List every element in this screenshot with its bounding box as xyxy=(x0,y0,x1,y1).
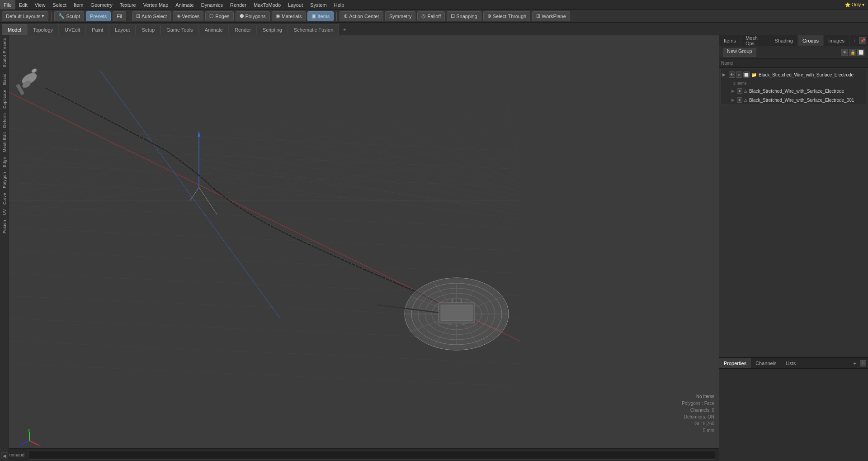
group-arrow-icon[interactable]: ▶ xyxy=(722,72,727,77)
sidebar-fusion[interactable]: Fusion xyxy=(1,218,8,235)
channels-label: Channels: 0 xyxy=(682,407,714,413)
command-input[interactable] xyxy=(28,451,715,460)
mode-tab-schematic-fusion[interactable]: Schematic Fusion xyxy=(288,24,339,35)
sculpt-btn[interactable]: 🔧 Sculpt xyxy=(54,11,84,21)
add-tab-btn[interactable]: + xyxy=(339,24,350,35)
left-sidebar: Sculpt Presets Basic Duplicate Deform Me… xyxy=(0,35,9,461)
sidebar-basic[interactable]: Basic xyxy=(1,72,8,87)
right-bottom-panel: Properties Channels Lists + ⊡ xyxy=(719,357,868,461)
mode-tab-game-tools[interactable]: Game Tools xyxy=(160,24,199,35)
sidebar-edge[interactable]: Edge xyxy=(1,155,8,169)
viewport-canvas[interactable]: No Items Polygons : Face Channels: 0 Def… xyxy=(9,47,719,461)
props-expand-btn[interactable]: ⊡ xyxy=(860,360,866,366)
panel-tab-groups[interactable]: Groups xyxy=(798,35,824,46)
group-header-row[interactable]: ▶ 👁 R ⬜ 📁 Black_Stretched_Wire_with_Surf… xyxy=(721,69,867,80)
mode-tab-model[interactable]: Model xyxy=(2,24,27,35)
svg-text:x: x xyxy=(39,443,41,447)
materials-label: Materials xyxy=(282,14,302,19)
select-through-btn[interactable]: ⊛ Select Through xyxy=(483,11,530,21)
panel-tab-images[interactable]: Images xyxy=(824,35,849,46)
mode-tab-animate[interactable]: Animate xyxy=(199,24,229,35)
snapping-btn[interactable]: ⊟ Snapping xyxy=(447,11,481,21)
group-item-row-0[interactable]: ▶ 👁 △ Black_Stretched_Wire_with_Surface_… xyxy=(721,86,867,95)
auto-select-btn[interactable]: ⊞ Auto Select xyxy=(132,11,171,21)
mode-tab-setup[interactable]: Setup xyxy=(136,24,160,35)
menu-vertex-map[interactable]: Vertex Map xyxy=(140,0,172,10)
groups-render-btn[interactable]: ⬜ xyxy=(857,49,864,56)
sidebar-mesh-edit[interactable]: Mesh Edit xyxy=(1,130,8,154)
menu-dynamics[interactable]: Dynamics xyxy=(198,0,226,10)
fil-btn[interactable]: Fil xyxy=(113,11,126,21)
new-group-btn[interactable]: New Group xyxy=(723,48,756,57)
vertices-btn[interactable]: ◈ Vertices xyxy=(173,11,203,21)
viewport[interactable]: ▶ Perspective Advanced Ray GL: Off ⊕ ↺ ⊘… xyxy=(9,35,719,461)
menu-only-toggle[interactable]: ⭐ Only ▾ xyxy=(841,0,868,10)
props-add-btn[interactable]: + xyxy=(850,361,860,366)
mode-tabs: Model Topology UVEdit Paint Layout Setup… xyxy=(0,23,868,35)
mode-tab-topology[interactable]: Topology xyxy=(27,24,59,35)
channels-tab[interactable]: Channels xyxy=(751,358,781,368)
mode-tab-render[interactable]: Render xyxy=(229,24,257,35)
menu-geometry[interactable]: Geometry xyxy=(87,0,116,10)
panel-pin-btn[interactable]: 📌 xyxy=(859,37,866,44)
properties-tab[interactable]: Properties xyxy=(719,358,751,368)
menu-view[interactable]: View xyxy=(31,0,49,10)
lists-tab[interactable]: Lists xyxy=(781,358,801,368)
action-center-btn[interactable]: ⊕ Action Center xyxy=(340,11,383,21)
items-btn[interactable]: ▣ Items xyxy=(307,11,334,21)
workplane-btn[interactable]: ⊞ WorkPlane xyxy=(532,11,570,21)
edges-btn[interactable]: ⬡ Edges xyxy=(205,11,233,21)
item-eye-toggle[interactable]: 👁 xyxy=(737,88,742,94)
group-item-row-1[interactable]: ▶ 👁 △ Black_Stretched_Wire_with_Surface_… xyxy=(721,95,867,105)
panel-tab-items[interactable]: Items xyxy=(719,35,741,46)
group-eye-toggle[interactable]: 👁 xyxy=(729,71,735,78)
materials-btn[interactable]: ◉ Materials xyxy=(272,11,306,21)
mode-tab-layout[interactable]: Layout xyxy=(109,24,136,35)
menu-system[interactable]: System xyxy=(307,0,330,10)
menu-help[interactable]: Help xyxy=(330,0,348,10)
menu-select[interactable]: Select xyxy=(49,0,70,10)
right-panel: Items Mesh Ops Shading Groups Images + 📌… xyxy=(719,35,868,461)
symmetry-btn[interactable]: Symmetry xyxy=(385,11,416,21)
deformers-label: Deformers: ON xyxy=(682,413,714,420)
mode-tab-paint[interactable]: Paint xyxy=(86,24,109,35)
properties-tabs: Properties Channels Lists + ⊡ xyxy=(719,358,868,369)
panel-add-tab-btn[interactable]: + xyxy=(849,35,859,46)
item-eye-toggle-1[interactable]: 👁 xyxy=(737,97,742,103)
item-name-1: Black_Stretched_Wire_with_Surface_Electr… xyxy=(749,98,854,103)
sidebar-expand-btn[interactable]: ◀ xyxy=(1,452,8,459)
presets-btn[interactable]: Presets xyxy=(86,11,111,21)
mode-tab-scripting[interactable]: Scripting xyxy=(257,24,288,35)
no-items-label: No Items xyxy=(682,393,714,400)
menu-file[interactable]: File xyxy=(0,0,15,10)
sidebar-deform[interactable]: Deform xyxy=(1,111,8,130)
groups-lock-btn[interactable]: 🔒 xyxy=(849,49,856,56)
sidebar-duplicate[interactable]: Duplicate xyxy=(1,88,8,110)
menu-maxtomodo[interactable]: MaxToModo xyxy=(250,0,284,10)
sidebar-curve[interactable]: Curve xyxy=(1,191,8,207)
menu-bar: File Edit View Select Item Geometry Text… xyxy=(0,0,868,10)
panel-tab-shading[interactable]: Shading xyxy=(770,35,798,46)
groups-eye-btn[interactable]: 👁 xyxy=(841,49,848,56)
menu-layout[interactable]: Layout xyxy=(284,0,307,10)
menu-animate[interactable]: Animate xyxy=(172,0,197,10)
layout-selector[interactable]: Default Layouts ▾ xyxy=(2,11,48,21)
menu-item[interactable]: Item xyxy=(70,0,87,10)
sidebar-polygon[interactable]: Polygon xyxy=(1,170,8,190)
polygons-btn[interactable]: ⬢ Polygons xyxy=(236,11,270,21)
menu-render[interactable]: Render xyxy=(226,0,250,10)
mode-tab-uvedit[interactable]: UVEdit xyxy=(59,24,86,35)
menu-texture[interactable]: Texture xyxy=(116,0,140,10)
group-toggle-icons: 👁 R ⬜ xyxy=(729,71,750,78)
falloff-btn[interactable]: ◎ Falloff xyxy=(417,11,445,21)
group-vis-toggle[interactable]: ⬜ xyxy=(743,71,750,78)
menu-edit[interactable]: Edit xyxy=(15,0,31,10)
item-name-0: Black_Stretched_Wire_with_Surface_Electr… xyxy=(749,89,844,94)
item-expand-icon-1: ▶ xyxy=(731,98,735,102)
panel-tab-mesh-ops[interactable]: Mesh Ops xyxy=(741,35,770,46)
items-icon: ▣ xyxy=(311,13,316,19)
sidebar-uv[interactable]: UV xyxy=(1,207,8,217)
group-ref-toggle[interactable]: R xyxy=(736,71,742,78)
vertices-label: Vertices xyxy=(182,14,199,19)
group-name: Black_Stretched_Wire_with_Surface_Electr… xyxy=(759,72,865,77)
